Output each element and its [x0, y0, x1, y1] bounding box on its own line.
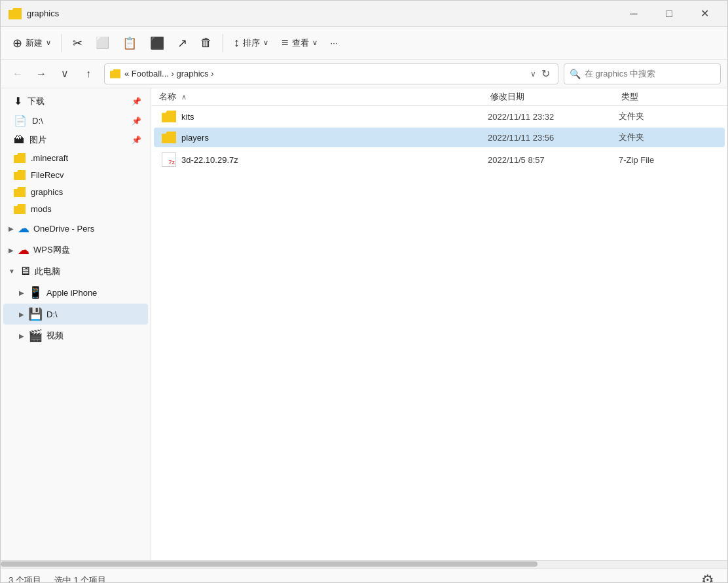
view-chevron: ∨ [312, 39, 318, 47]
drive-icon: 📄 [14, 115, 27, 127]
horizontal-scrollbar[interactable] [1, 560, 727, 568]
col-date-header[interactable]: 修改日期 [490, 91, 621, 103]
up-button[interactable]: ↑ [78, 63, 99, 84]
sidebar-label-pictures: 图片 [29, 134, 46, 146]
file-row-kits[interactable]: kits 2022/11/11 23:32 文件夹 [154, 107, 725, 126]
status-icon: ⚙ [701, 571, 719, 584]
file-date-players: 2022/11/11 23:56 [488, 133, 619, 143]
sidebar: ⬇ 下载 📌 📄 D:\ 📌 🏔 图片 📌 .minecraft FileRec… [1, 88, 151, 560]
refresh-button[interactable]: ↻ [539, 66, 553, 81]
expand-arrow-iphone: ▶ [19, 289, 24, 296]
minimize-button[interactable]: ─ [619, 3, 649, 24]
new-label: 新建 [26, 37, 43, 49]
drive-d2-icon: 💾 [28, 307, 43, 321]
maximize-button[interactable]: □ [654, 3, 684, 24]
pc-icon: 🖥 [19, 264, 31, 278]
share-icon: ↗ [177, 36, 187, 50]
statusbar: 3 个项目 选中 1 个项目 ⚙ [1, 568, 727, 583]
file-date-kits: 2022/11/11 23:32 [488, 112, 619, 122]
sidebar-group-onedrive[interactable]: ▶ ☁ OneDrive - Pers [3, 218, 148, 239]
cut-icon: ✂ [73, 36, 82, 50]
sidebar-item-minecraft[interactable]: .minecraft [3, 150, 148, 166]
file-name-kits: kits [181, 112, 488, 122]
file-date-zip: 2022/11/5 8:57 [488, 155, 619, 165]
sidebar-label-mods: mods [31, 204, 52, 214]
file-type-zip: 7-Zip File [619, 155, 717, 165]
zip-icon [162, 152, 176, 167]
view-icon: ≡ [282, 36, 289, 50]
paste-button[interactable]: 📋 [117, 33, 142, 54]
navbar: ← → ∨ ↑ « Football... › graphics › ∨ ↻ 🔍 [1, 60, 727, 88]
file-row-players[interactable]: players 2022/11/11 23:56 文件夹 [154, 128, 725, 147]
sort-chevron: ∨ [263, 39, 268, 47]
sidebar-group-drive-d2[interactable]: ▶ 💾 D:\ [3, 304, 148, 325]
copy-button[interactable]: ⬜ [90, 33, 115, 53]
share-button[interactable]: ↗ [172, 33, 192, 54]
sidebar-group-this-pc[interactable]: ▼ 🖥 此电脑 [3, 261, 148, 281]
new-chevron: ∨ [46, 39, 51, 47]
rename-icon: ⬛ [150, 36, 164, 50]
sort-label: 排序 [243, 37, 260, 49]
folder-icon-players [162, 132, 176, 143]
sidebar-item-graphics[interactable]: graphics [3, 184, 148, 200]
videos-icon: 🎬 [28, 328, 43, 343]
sort-arrow-name: ∧ [181, 93, 187, 101]
status-selected: 选中 1 个项目 [54, 574, 106, 584]
file-name-zip: 3d-22.10.29.7z [181, 155, 488, 165]
file-row-zip[interactable]: 3d-22.10.29.7z 2022/11/5 8:57 7-Zip File [154, 149, 725, 171]
toolbar-sep-1 [62, 34, 62, 52]
rename-button[interactable]: ⬛ [145, 33, 170, 54]
col-type-header[interactable]: 类型 [621, 91, 719, 103]
forward-button[interactable]: → [31, 63, 52, 84]
back-button[interactable]: ← [7, 63, 28, 84]
view-button[interactable]: ≡ 查看 ∨ [276, 33, 323, 53]
sidebar-group-apple-iphone[interactable]: ▶ 📱 Apple iPhone [3, 282, 148, 303]
filelist: 名称 ∧ 修改日期 类型 kits 2022/11/11 23:32 文件夹 [151, 88, 727, 560]
more-button[interactable]: ··· [325, 35, 343, 51]
view-label: 查看 [292, 37, 309, 49]
sidebar-label-onedrive: OneDrive - Pers [33, 224, 94, 234]
titlebar: graphics ─ □ ✕ [1, 1, 727, 27]
cut-button[interactable]: ✂ [67, 33, 88, 54]
col-name-header[interactable]: 名称 ∧ [159, 91, 490, 103]
sort-button[interactable]: ↕ 排序 ∨ [228, 33, 274, 53]
file-icon-players [162, 132, 176, 143]
folder-icon-kits [162, 111, 176, 122]
sidebar-label-filerecv: FileRecv [31, 170, 64, 180]
address-chevron: ∨ [530, 69, 536, 79]
sidebar-group-videos[interactable]: ▶ 🎬 视频 [3, 325, 148, 346]
file-icon-zip [162, 152, 176, 167]
titlebar-folder-icon [9, 8, 22, 20]
file-type-kits: 文件夹 [619, 111, 717, 122]
delete-button[interactable]: 🗑 [195, 33, 217, 53]
filelist-header: 名称 ∧ 修改日期 类型 [151, 88, 727, 106]
sidebar-group-wps[interactable]: ▶ ☁ WPS网盘 [3, 239, 148, 260]
sidebar-label-drive-d: D:\ [32, 116, 43, 126]
sidebar-item-drive-d[interactable]: 📄 D:\ 📌 [3, 111, 148, 130]
scrollbar-thumb-horizontal [1, 561, 537, 567]
pin-icon-drive-d: 📌 [132, 116, 141, 126]
new-icon: ⊕ [12, 36, 22, 50]
wps-icon: ☁ [18, 243, 29, 257]
search-input[interactable] [585, 69, 715, 79]
sidebar-item-download[interactable]: ⬇ 下载 📌 [3, 92, 148, 111]
search-bar[interactable]: 🔍 [564, 63, 721, 84]
sidebar-item-pictures[interactable]: 🏔 图片 📌 [3, 131, 148, 149]
folder-icon-minecraft [14, 153, 26, 163]
sidebar-label-apple-iphone: Apple iPhone [46, 288, 97, 298]
file-type-players: 文件夹 [619, 132, 717, 143]
iphone-icon: 📱 [28, 285, 43, 300]
recent-locations-button[interactable]: ∨ [54, 63, 75, 84]
expand-arrow-wps: ▶ [9, 247, 14, 254]
new-button[interactable]: ⊕ 新建 ∨ [7, 33, 56, 54]
address-bar[interactable]: « Football... › graphics › ∨ ↻ [104, 63, 558, 84]
sidebar-item-filerecv[interactable]: FileRecv [3, 167, 148, 183]
close-button[interactable]: ✕ [689, 3, 719, 24]
sidebar-item-mods[interactable]: mods [3, 201, 148, 217]
address-path: « Football... › graphics › [124, 69, 530, 79]
file-name-players: players [181, 133, 488, 143]
sidebar-label-graphics: graphics [31, 187, 63, 197]
sidebar-label-this-pc: 此电脑 [35, 266, 60, 277]
download-icon: ⬇ [14, 95, 22, 107]
sidebar-label-minecraft: .minecraft [31, 153, 68, 163]
